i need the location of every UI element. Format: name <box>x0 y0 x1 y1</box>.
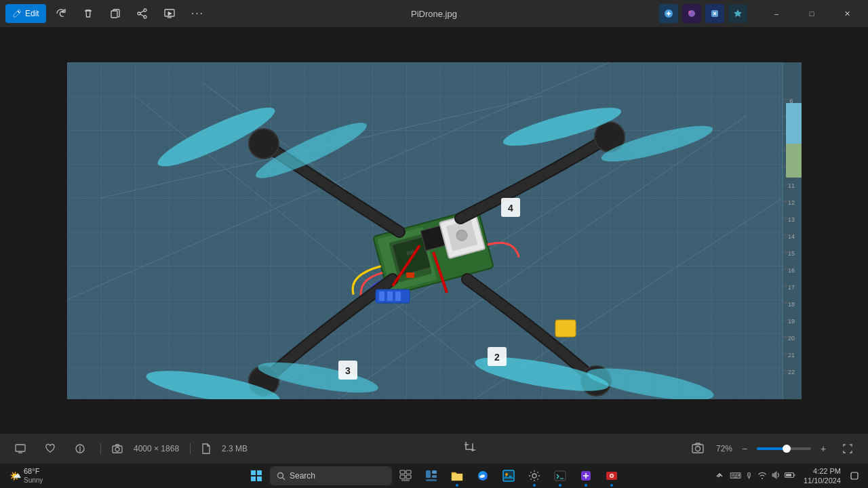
svg-rect-105 <box>400 470 405 474</box>
zoom-level: 72% <box>711 444 732 453</box>
titlebar: Edit <box>0 0 868 27</box>
minimize-button[interactable]: – <box>761 0 792 27</box>
weather-icon: 🌤️ <box>9 470 21 481</box>
svg-point-116 <box>505 473 508 476</box>
zoom-in-button[interactable]: + <box>815 441 831 457</box>
svg-text:15: 15 <box>787 250 794 257</box>
svg-text:14: 14 <box>787 233 794 240</box>
time: 4:22 PM <box>813 466 841 476</box>
info-button[interactable] <box>71 439 90 458</box>
widgets-button[interactable] <box>419 464 443 488</box>
close-button[interactable]: ✕ <box>831 0 863 27</box>
favorite-button[interactable] <box>41 439 60 458</box>
zoom-thumb <box>783 445 791 453</box>
notification-button[interactable] <box>846 468 863 484</box>
drone-photo: 6 7 8 9 10 11 12 13 14 15 16 17 18 <box>67 62 802 399</box>
svg-text:17: 17 <box>787 284 794 291</box>
more-button[interactable]: ··· <box>184 4 211 23</box>
photos-button[interactable] <box>496 464 521 488</box>
svg-rect-101 <box>251 476 256 481</box>
svg-rect-114 <box>503 470 514 481</box>
svg-rect-126 <box>851 472 858 479</box>
taskbar-left: 🌤️ 68°F Sunny <box>5 467 47 484</box>
zoom-out-button[interactable]: − <box>736 441 753 457</box>
share-button[interactable] <box>130 4 155 23</box>
svg-rect-91 <box>387 291 393 301</box>
weather-widget[interactable]: 🌤️ 68°F Sunny <box>5 467 47 484</box>
rotate-button[interactable] <box>49 4 73 23</box>
taskbar-right: ⌨ 🎙 <box>715 466 863 486</box>
file-explorer-button[interactable] <box>445 464 469 488</box>
svg-rect-102 <box>257 476 262 481</box>
svg-point-3 <box>138 12 140 15</box>
zoom-control: 72% − + <box>711 441 831 457</box>
svg-point-69 <box>249 129 279 159</box>
slideshow-toolbar-button[interactable] <box>157 4 182 23</box>
svg-rect-125 <box>786 474 791 476</box>
svg-point-2 <box>144 16 146 18</box>
crop-icon[interactable] <box>463 441 477 457</box>
app-icon-1[interactable] <box>659 4 678 23</box>
svg-rect-88 <box>406 272 414 278</box>
svg-point-96 <box>115 447 119 451</box>
svg-point-7 <box>688 11 691 14</box>
settings-button[interactable] <box>522 464 547 488</box>
svg-point-98 <box>696 446 701 451</box>
search-bar[interactable]: Search <box>270 466 392 485</box>
app-icon-4[interactable] <box>728 4 747 23</box>
svg-rect-56 <box>786 103 802 144</box>
image-area: 6 7 8 9 10 11 12 13 14 15 16 17 18 <box>0 27 868 434</box>
delete-button[interactable] <box>76 4 100 23</box>
svg-text:3: 3 <box>345 365 351 376</box>
svg-rect-87 <box>555 320 576 337</box>
display-button[interactable] <box>11 439 30 458</box>
svg-text:21: 21 <box>787 352 794 359</box>
app2-button[interactable] <box>574 464 598 488</box>
svg-rect-108 <box>406 475 411 479</box>
system-tray: ⌨ 🎙 <box>727 470 798 482</box>
svg-rect-111 <box>432 470 437 474</box>
divider2 <box>190 443 191 454</box>
keyboard-icon[interactable]: ⌨ <box>730 471 741 481</box>
zoom-fill <box>757 447 787 450</box>
svg-rect-100 <box>257 470 262 475</box>
edit-button[interactable]: Edit <box>5 4 46 23</box>
app-icon-2[interactable] <box>682 4 701 23</box>
file-info: 4000 × 1868 2.3 MB <box>11 439 248 458</box>
maximize-button[interactable]: □ <box>796 0 827 27</box>
svg-point-117 <box>532 474 536 478</box>
mic-icon[interactable]: 🎙 <box>745 471 753 481</box>
speaker-icon[interactable] <box>771 470 781 482</box>
weather-condition: Sunny <box>24 476 43 485</box>
svg-rect-118 <box>555 471 566 481</box>
svg-rect-112 <box>432 475 437 478</box>
svg-point-1 <box>144 9 146 12</box>
start-button[interactable] <box>244 464 269 488</box>
svg-line-104 <box>283 477 285 480</box>
copy-button[interactable] <box>103 4 127 23</box>
fullscreen-button[interactable] <box>838 439 857 458</box>
svg-rect-93 <box>16 445 25 451</box>
svg-text:13: 13 <box>787 216 794 223</box>
clock[interactable]: 4:22 PM 11/10/2024 <box>801 466 844 486</box>
zoom-slider[interactable] <box>757 447 811 450</box>
date: 11/10/2024 <box>804 476 841 485</box>
file-size: 2.3 MB <box>222 444 248 453</box>
task-view-button[interactable] <box>393 464 418 488</box>
search-text: Search <box>290 471 315 481</box>
svg-text:11: 11 <box>787 182 794 189</box>
app-icon-3[interactable] <box>705 4 724 23</box>
photos2-button[interactable] <box>599 464 624 488</box>
tray-expand[interactable] <box>715 468 724 483</box>
svg-rect-124 <box>793 474 795 476</box>
capture-button[interactable] <box>692 443 704 455</box>
taskbar-center: Search <box>244 464 624 488</box>
wifi-icon[interactable] <box>757 471 767 481</box>
temperature: 68°F <box>24 467 43 476</box>
info-bar: 4000 × 1868 2.3 MB 72% − <box>0 434 868 464</box>
edge-button[interactable] <box>471 464 495 488</box>
battery-icon[interactable] <box>785 471 795 481</box>
svg-rect-97 <box>692 445 703 453</box>
svg-rect-90 <box>379 291 384 301</box>
terminal-button[interactable] <box>548 464 572 488</box>
